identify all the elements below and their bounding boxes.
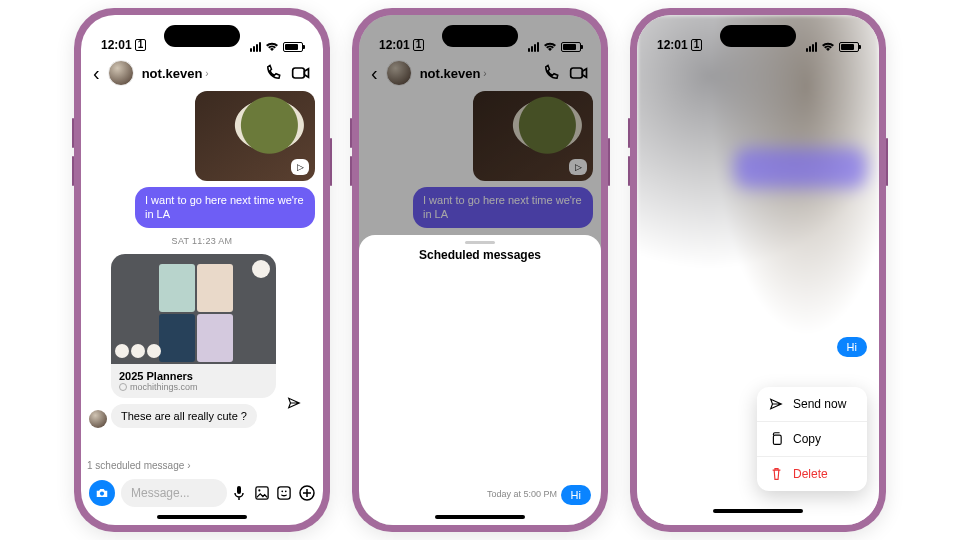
sim-icon: 1: [135, 39, 147, 51]
card-image: [111, 254, 276, 364]
svg-rect-10: [773, 435, 781, 444]
shared-link-card[interactable]: 2025 Planners mochithings.com: [111, 254, 276, 398]
screen: 12:01 1 Hi Send now Copy Delete: [637, 15, 879, 525]
back-icon[interactable]: ‹: [93, 63, 100, 83]
globe-icon: [119, 383, 127, 391]
status-time: 12:01: [657, 38, 688, 52]
scheduled-bubble[interactable]: Hi: [561, 485, 591, 505]
svg-point-6: [281, 490, 283, 492]
copy-item[interactable]: Copy: [757, 421, 867, 456]
voice-icon[interactable]: [233, 485, 249, 501]
avatar[interactable]: [108, 60, 134, 86]
video-icon[interactable]: [291, 64, 311, 82]
scheduled-banner[interactable]: 1 scheduled message›: [81, 456, 323, 475]
copy-icon: [769, 432, 783, 446]
camera-button[interactable]: [89, 480, 115, 506]
call-icon[interactable]: [263, 64, 283, 82]
card-source: mochithings.com: [119, 382, 268, 392]
send-now-item[interactable]: Send now: [757, 387, 867, 421]
sticker-icon[interactable]: [277, 486, 293, 500]
dynamic-island: [164, 25, 240, 47]
chevron-right-icon: ›: [187, 460, 190, 471]
chevron-right-icon: ›: [205, 68, 208, 79]
home-indicator[interactable]: [435, 515, 525, 519]
share-icon[interactable]: [287, 396, 301, 410]
username-button[interactable]: not.keven ›: [142, 66, 209, 81]
sim-icon: 1: [691, 39, 703, 51]
phone-context: 12:01 1 Hi Send now Copy Delete: [630, 8, 886, 532]
gallery-icon[interactable]: [255, 486, 271, 500]
shared-reel[interactable]: ▷: [195, 91, 315, 181]
svg-rect-2: [237, 486, 241, 494]
svg-point-1: [100, 492, 104, 496]
svg-rect-0: [293, 68, 305, 78]
screen: 12:01 1 ‹ not.keven ›: [81, 15, 323, 525]
timestamp: SAT 11:23 AM: [172, 236, 233, 246]
incoming-message[interactable]: These are all really cute ?: [111, 404, 257, 428]
sheet-title: Scheduled messages: [359, 248, 601, 270]
avatar-small: [89, 410, 107, 428]
phone-chat: 12:01 1 ‹ not.keven ›: [74, 8, 330, 532]
screen: 12:01 1 ‹ not.keven › ▷ I want to go her…: [359, 15, 601, 525]
battery-icon: [283, 42, 303, 52]
svg-rect-5: [278, 487, 290, 499]
wifi-icon: [821, 42, 835, 52]
reel-icon: ▷: [291, 159, 309, 175]
wifi-icon: [265, 42, 279, 52]
home-indicator[interactable]: [157, 515, 247, 519]
scheduled-time: Today at 5:00 PM: [487, 489, 557, 499]
username: not.keven: [142, 66, 203, 81]
svg-point-4: [258, 489, 260, 491]
card-title: 2025 Planners: [119, 370, 268, 382]
outgoing-message[interactable]: I want to go here next time we're in LA: [135, 187, 315, 228]
cellular-icon: [806, 42, 817, 52]
message-input-row: Message...: [81, 475, 323, 511]
sheet-grabber[interactable]: [465, 241, 495, 244]
status-time: 12:01: [101, 38, 132, 52]
scheduled-bubble[interactable]: Hi: [837, 337, 867, 357]
home-indicator[interactable]: [713, 509, 803, 513]
chat-body[interactable]: ▷ I want to go here next time we're in L…: [81, 91, 323, 456]
sheet-body[interactable]: Today at 5:00 PM Hi: [359, 270, 601, 515]
phone-sheet: 12:01 1 ‹ not.keven › ▷ I want to go her…: [352, 8, 608, 532]
delete-item[interactable]: Delete: [757, 456, 867, 491]
context-menu: Send now Copy Delete: [757, 387, 867, 491]
chat-header: ‹ not.keven ›: [81, 55, 323, 91]
trash-icon: [769, 467, 783, 481]
send-icon: [769, 397, 783, 411]
cellular-icon: [250, 42, 261, 52]
svg-point-7: [285, 490, 287, 492]
message-input[interactable]: Message...: [121, 479, 227, 507]
battery-icon: [839, 42, 859, 52]
dynamic-island: [720, 25, 796, 47]
scheduled-sheet: Scheduled messages Today at 5:00 PM Hi: [359, 235, 601, 525]
plus-icon[interactable]: [299, 485, 315, 501]
dynamic-island: [442, 25, 518, 47]
